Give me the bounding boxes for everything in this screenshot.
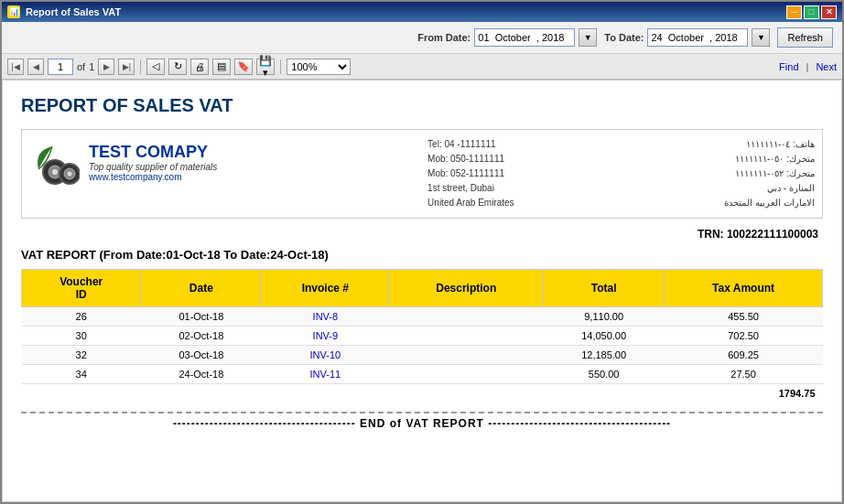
app-icon: 📊 (7, 5, 20, 18)
to-date-label: To Date: (604, 32, 644, 43)
grand-total-label (22, 384, 665, 403)
cell-voucher-id: 26 (22, 307, 141, 327)
cell-total: 12,185.00 (544, 346, 665, 365)
company-address1: 1st street, Dubai (427, 181, 514, 196)
table-row: 26 01-Oct-18 INV-8 9,110.00 455.50 (22, 307, 823, 327)
cell-description (389, 307, 544, 327)
zoom-select[interactable]: 100% 75% 150% (287, 59, 351, 75)
layout-button[interactable]: ▤ (212, 59, 231, 75)
company-website: www.testcompany.com (89, 172, 217, 182)
minimize-button[interactable]: ─ (786, 5, 802, 19)
prev-page-button[interactable]: ◀ (27, 59, 44, 75)
next-link[interactable]: Next (816, 61, 837, 72)
cell-tax: 609.25 (665, 346, 823, 365)
back-button[interactable]: ◁ (146, 59, 165, 75)
from-date-group: From Date: ▼ (417, 28, 597, 47)
close-button[interactable]: ✕ (821, 5, 837, 19)
cell-voucher-id: 32 (22, 346, 141, 365)
company-mob1: Mob: 050-1111111 (427, 152, 514, 166)
company-arabic-mob1: متحرك: ٠٥٠-١١١١١١١ (724, 152, 815, 166)
cell-total: 14,050.00 (544, 327, 665, 346)
refresh-button[interactable]: Refresh (777, 27, 833, 48)
cell-invoice: INV-11 (262, 365, 389, 384)
report-content: REPORT OF SALES VAT (3, 80, 841, 501)
from-date-picker-button[interactable]: ▼ (579, 28, 597, 47)
maximize-button[interactable]: □ (804, 5, 819, 19)
table-header-row: VoucherID Date Invoice # Description Tot… (22, 270, 823, 307)
logo-svg (29, 137, 80, 188)
next-page-button[interactable]: ▶ (98, 59, 114, 75)
cell-voucher-id: 34 (22, 365, 141, 384)
title-bar: 📊 Report of Sales VAT ─ □ ✕ (2, 2, 842, 22)
cell-tax: 27.50 (665, 365, 823, 384)
col-tax: Tax Amount (665, 270, 823, 307)
page-total: 1 (89, 61, 94, 72)
svg-point-2 (52, 169, 58, 175)
to-date-input[interactable] (647, 28, 748, 47)
col-date: Date (141, 270, 262, 307)
company-arabic-mob2: متحرك: ٠٥٢-١١١١١١١ (724, 166, 815, 181)
separator-1 (140, 59, 141, 74)
company-name: TEST COMAPY (89, 143, 217, 162)
cell-invoice: INV-10 (262, 346, 389, 365)
company-contact-arabic: هاتف: ٠٤-١١١١١١١ متحرك: ٠٥٠-١١١١١١١ متحر… (724, 137, 815, 210)
export-button[interactable]: 💾▾ (256, 59, 275, 75)
first-page-button[interactable]: |◀ (7, 59, 24, 75)
cell-tax: 702.50 (665, 327, 823, 346)
window-title: Report of Sales VAT (26, 6, 121, 17)
find-link[interactable]: Find (779, 61, 798, 72)
find-separator: | (806, 61, 809, 72)
vat-table-body: 26 01-Oct-18 INV-8 9,110.00 455.50 30 02… (22, 307, 823, 384)
company-address2: United Arab Emirates (427, 196, 514, 210)
cell-invoice: INV-8 (262, 307, 389, 327)
company-tel: Tel: 04 -1111111 (427, 137, 514, 152)
refresh-report-button[interactable]: ↻ (168, 59, 187, 75)
grand-total-value: 1794.75 (665, 384, 823, 403)
company-logo (29, 137, 80, 188)
cell-invoice: INV-9 (262, 327, 389, 346)
col-invoice: Invoice # (262, 270, 389, 307)
company-mob2: Mob: 052-1111111 (427, 166, 514, 181)
company-header: TEST COMAPY Top quality supplier of mate… (21, 129, 823, 219)
company-name-block: TEST COMAPY Top quality supplier of mate… (89, 143, 217, 182)
trn-line: TRN: 100222111100003 (21, 228, 823, 241)
col-total: Total (544, 270, 665, 307)
controls-bar: From Date: ▼ To Date: ▼ Refresh (2, 22, 842, 54)
company-left: TEST COMAPY Top quality supplier of mate… (29, 137, 217, 188)
title-bar-left: 📊 Report of Sales VAT (7, 5, 121, 18)
report-area: REPORT OF SALES VAT (2, 80, 842, 502)
company-arabic-tel: هاتف: ٠٤-١١١١١١١ (724, 137, 815, 152)
cell-total: 9,110.00 (544, 307, 665, 327)
window-controls: ─ □ ✕ (786, 5, 837, 19)
cell-voucher-id: 30 (22, 327, 141, 346)
last-page-button[interactable]: ▶| (118, 59, 135, 75)
cell-tax: 455.50 (665, 307, 823, 327)
grand-total-row: 1794.75 (22, 384, 823, 403)
page-number-input[interactable] (48, 59, 73, 75)
find-section: Find | Next (779, 61, 837, 72)
col-description: Description (389, 270, 544, 307)
cell-description (389, 346, 544, 365)
print-button[interactable]: 🖨 (190, 59, 209, 75)
cell-description (389, 365, 544, 384)
end-line: ----------------------------------------… (21, 412, 823, 430)
report-toolbar: |◀ ◀ of 1 ▶ ▶| ◁ ↻ 🖨 ▤ 🔖 💾▾ 100% 75% 150… (2, 54, 842, 80)
cell-description (389, 327, 544, 346)
vat-report-header: VAT REPORT (From Date:01-Oct-18 To Date:… (21, 248, 823, 262)
company-contact: Tel: 04 -1111111 Mob: 050-1111111 Mob: 0… (427, 137, 514, 210)
main-window: 📊 Report of Sales VAT ─ □ ✕ From Date: ▼… (0, 0, 844, 504)
cell-total: 550.00 (544, 365, 665, 384)
from-date-label: From Date: (417, 32, 471, 43)
from-date-input[interactable] (474, 28, 575, 47)
report-title: REPORT OF SALES VAT (21, 95, 823, 116)
cell-date: 02-Oct-18 (141, 327, 262, 346)
bookmark-button[interactable]: 🔖 (234, 59, 253, 75)
col-voucher-id: VoucherID (22, 270, 141, 307)
to-date-picker-button[interactable]: ▼ (752, 28, 770, 47)
svg-point-5 (68, 172, 72, 177)
company-tagline: Top quality supplier of materials (89, 162, 217, 172)
company-arabic-address1: المنارة - دبي (724, 181, 815, 196)
to-date-group: To Date: ▼ (604, 28, 770, 47)
vat-table: VoucherID Date Invoice # Description Tot… (21, 269, 823, 402)
page-of-label: of (77, 61, 85, 72)
